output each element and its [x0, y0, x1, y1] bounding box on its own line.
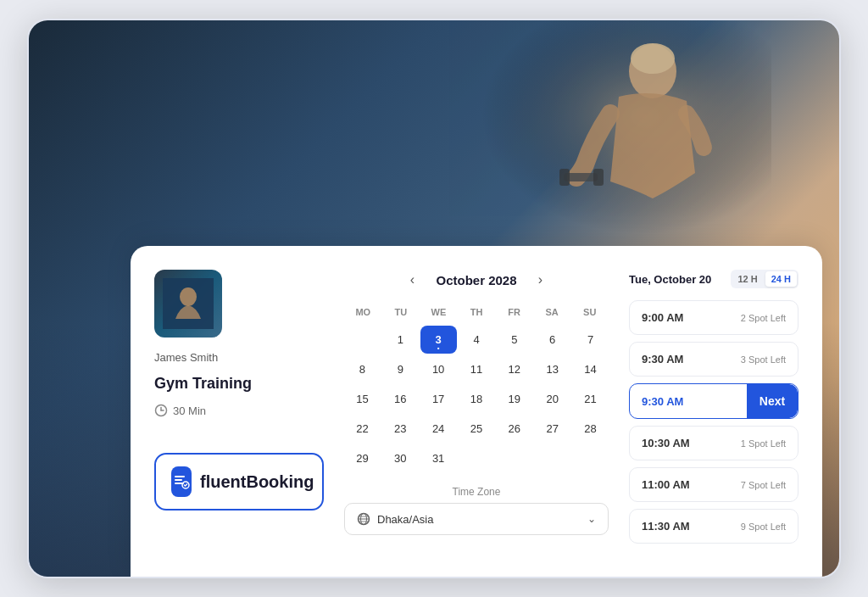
clock-icon: [154, 404, 168, 417]
calendar-title: October 2028: [436, 273, 516, 287]
trainer-avatar-icon: [163, 278, 214, 329]
service-name: Gym Training: [154, 374, 324, 393]
weekday-fr: FR: [495, 304, 533, 321]
weekday-we: WE: [420, 304, 458, 321]
fluent-logo-icon: [171, 471, 192, 492]
slot-spots-1100: 7 Spot Left: [741, 480, 786, 490]
weekday-tu: TU: [382, 304, 420, 321]
slot-time-930-sel: 9:30 AM: [630, 385, 747, 418]
timezone-left: Dhaka/Asia: [357, 512, 433, 526]
cal-day-8[interactable]: 8: [344, 355, 381, 383]
cal-day-29[interactable]: 29: [344, 444, 381, 472]
cal-day-15[interactable]: 15: [344, 385, 381, 413]
slot-time-900: 9:00 AM: [642, 311, 683, 324]
time-slot-930[interactable]: 9:30 AM 3 Spot Left: [629, 342, 798, 377]
duration-row: 30 Min: [154, 404, 324, 417]
fluent-booking-logo: fluentBooking: [154, 453, 324, 511]
calendar-panel: ‹ October 2028 › MO TU WE TH FR SA SU 1: [344, 270, 609, 560]
cal-day-4[interactable]: 4: [459, 326, 495, 354]
time-slots: 9:00 AM 2 Spot Left 9:30 AM 3 Spot Left …: [629, 300, 798, 544]
time-slot-1030[interactable]: 10:30 AM 1 Spot Left: [629, 426, 798, 460]
time-panel: Tue, October 20 12 H 24 H 9:00 AM 2 Spot…: [629, 270, 798, 560]
cal-day-24[interactable]: 24: [420, 415, 457, 443]
timezone-value: Dhaka/Asia: [377, 513, 433, 526]
time-date-label: Tue, October 20: [629, 273, 711, 286]
cal-day-20[interactable]: 20: [534, 385, 570, 413]
12h-button[interactable]: 12 H: [732, 271, 764, 287]
timezone-select[interactable]: Dhaka/Asia ⌄: [344, 503, 609, 535]
time-slot-930-selected[interactable]: 9:30 AM Next: [629, 383, 798, 419]
time-slot-900[interactable]: 9:00 AM 2 Spot Left: [629, 300, 798, 335]
cal-day-30[interactable]: 30: [382, 444, 419, 472]
cal-day-19[interactable]: 19: [496, 385, 532, 413]
left-panel: James Smith Gym Training 30 Min: [154, 270, 324, 560]
cal-day-1[interactable]: 1: [382, 326, 419, 354]
cal-day-17[interactable]: 17: [420, 385, 457, 413]
weekday-sa: SA: [533, 304, 571, 321]
svg-rect-3: [559, 169, 570, 186]
logo-text-bold: Booking: [246, 472, 314, 491]
cal-day-23[interactable]: 23: [382, 415, 419, 443]
duration-label: 30 Min: [173, 405, 206, 417]
svg-point-7: [180, 287, 197, 306]
cal-day-22[interactable]: 22: [344, 415, 381, 443]
cal-day-27[interactable]: 27: [534, 415, 570, 443]
cal-day-5[interactable]: 5: [496, 326, 532, 354]
logo-icon: [171, 466, 192, 497]
calendar-grid: MO TU WE TH FR SA SU 1 3 4 5 6 7: [344, 304, 609, 472]
hour-toggle: 12 H 24 H: [731, 270, 799, 288]
timezone-row: Time Zone Dhaka/Asia ⌄: [344, 486, 609, 535]
cal-day-16[interactable]: 16: [382, 385, 419, 413]
cal-day-13[interactable]: 13: [534, 355, 570, 383]
prev-month-button[interactable]: ‹: [402, 270, 422, 290]
weekday-su: SU: [570, 304, 609, 321]
globe-icon: [357, 512, 370, 526]
calendar-header: ‹ October 2028 ›: [344, 270, 609, 290]
cal-day-9[interactable]: 9: [382, 355, 419, 383]
slot-spots-1130: 9 Spot Left: [741, 522, 786, 532]
cal-day-25[interactable]: 25: [459, 415, 495, 443]
gym-illustration: [449, 20, 771, 258]
cal-day-28[interactable]: 28: [572, 415, 609, 443]
timezone-label: Time Zone: [344, 486, 609, 498]
cal-day-21[interactable]: 21: [572, 385, 609, 413]
slot-time-1100: 11:00 AM: [642, 478, 690, 491]
chevron-down-icon: ⌄: [587, 513, 596, 525]
cal-day-10[interactable]: 10: [420, 355, 457, 383]
calendar-weekdays: MO TU WE TH FR SA SU: [344, 304, 609, 321]
booking-card: James Smith Gym Training 30 Min: [131, 246, 822, 577]
slot-time-1130: 11:30 AM: [642, 520, 690, 533]
cal-day-26[interactable]: 26: [496, 415, 532, 443]
svg-point-5: [631, 43, 675, 74]
cal-day-31[interactable]: 31: [420, 444, 457, 472]
cal-day-14[interactable]: 14: [572, 355, 609, 383]
calendar-days: 1 3 4 5 6 7 8 9 10 11 12 13 14 15 16: [344, 326, 609, 472]
weekday-mo: MO: [344, 304, 382, 321]
cal-day-12[interactable]: 12: [496, 355, 532, 383]
cal-day-empty-1: [344, 326, 381, 354]
cal-day-3[interactable]: 3: [420, 326, 457, 354]
svg-rect-11: [171, 471, 192, 492]
app-frame: James Smith Gym Training 30 Min: [27, 19, 841, 578]
cal-day-18[interactable]: 18: [459, 385, 495, 413]
slot-spots-1030: 1 Spot Left: [741, 438, 786, 449]
logo-text-regular: fluent: [200, 472, 246, 491]
time-panel-header: Tue, October 20 12 H 24 H: [629, 270, 798, 288]
slot-spots-900: 2 Spot Left: [741, 313, 786, 323]
cal-day-6[interactable]: 6: [534, 326, 570, 354]
next-month-button[interactable]: ›: [531, 270, 551, 290]
slot-time-1030: 10:30 AM: [642, 437, 690, 449]
trainer-name: James Smith: [154, 351, 324, 364]
slot-spots-930: 3 Spot Left: [741, 354, 786, 365]
cal-day-7[interactable]: 7: [572, 326, 609, 354]
weekday-th: TH: [458, 304, 496, 321]
24h-button[interactable]: 24 H: [765, 271, 797, 287]
cal-day-11[interactable]: 11: [459, 355, 495, 383]
trainer-image: [154, 270, 222, 338]
slot-time-930: 9:30 AM: [642, 353, 683, 365]
time-slot-1100[interactable]: 11:00 AM 7 Spot Left: [629, 467, 798, 502]
time-slot-1130[interactable]: 11:30 AM 9 Spot Left: [629, 509, 798, 544]
next-button[interactable]: Next: [747, 384, 798, 418]
svg-rect-4: [593, 169, 604, 186]
svg-rect-0: [449, 20, 771, 258]
